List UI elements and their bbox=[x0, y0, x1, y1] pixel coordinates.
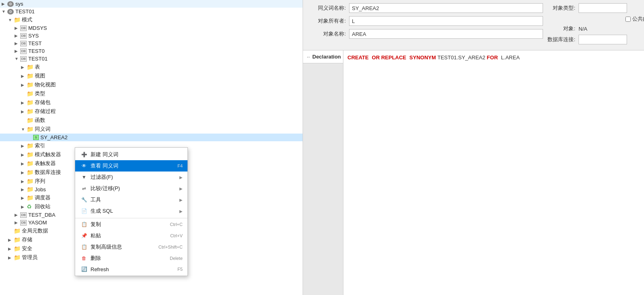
object-name-input[interactable] bbox=[349, 29, 543, 39]
ctx-item-paste[interactable]: 📌粘贴Ctrl+V bbox=[75, 230, 187, 241]
tree-arrow-视图: ▶ bbox=[21, 74, 27, 78]
tree-item-SYS[interactable]: ▶DBSYS bbox=[0, 32, 303, 40]
ctx-arrow-filter: ▶ bbox=[179, 175, 183, 180]
ctx-label-paste: 粘贴 bbox=[90, 232, 166, 239]
ctx-item-view-synonym[interactable]: 👁查看 同义词F4 bbox=[75, 160, 187, 172]
object-label: 对象: bbox=[543, 25, 575, 32]
tree-label-TEST_DBA: TEST_DBA bbox=[28, 212, 55, 218]
ctx-icon-refresh: 🔄 bbox=[80, 266, 88, 272]
db-connection-input[interactable] bbox=[579, 35, 627, 44]
tree-label-视图: 视图 bbox=[35, 72, 45, 80]
declaration-tab-icon: ↔ bbox=[306, 54, 311, 59]
tree-label-TEST01_schema: TEST01 bbox=[28, 56, 48, 62]
tree-label-SYS: SYS bbox=[28, 33, 39, 39]
ctx-icon-new-synonym: ➕ bbox=[80, 151, 88, 158]
owner-row: 对象所有者: bbox=[309, 16, 543, 26]
object-value: N/A bbox=[579, 26, 587, 32]
ctx-item-copy-advanced[interactable]: 📋复制高级信息Ctrl+Shift+C bbox=[75, 241, 187, 253]
public-checkbox[interactable] bbox=[625, 17, 631, 22]
tree-item-SY_AREA2[interactable]: SSY_AREA2 bbox=[0, 134, 303, 141]
tree-label-存储过程: 存储过程 bbox=[35, 108, 56, 115]
tree-label-函数: 函数 bbox=[35, 117, 45, 124]
tree-label-全局元数据: 全局元数据 bbox=[22, 227, 48, 234]
ctx-icon-tools: 🔧 bbox=[80, 197, 88, 203]
tree-arrow-存储过程: ▶ bbox=[21, 109, 27, 114]
synonym-name-label: 同义词名称: bbox=[309, 4, 346, 12]
tree-panel: ▶⚙sys▼⚙TEST01▼📁模式▶DBMDSYS▶DBSYS▶DBTEST▶D… bbox=[0, 0, 303, 295]
tree-label-索引: 索引 bbox=[35, 142, 45, 149]
sql-target: L.AREA bbox=[501, 54, 520, 61]
tree-item-TEST[interactable]: ▶DBTEST bbox=[0, 40, 303, 47]
ctx-item-new-synonym[interactable]: ➕新建 同义词 bbox=[75, 149, 187, 160]
tree-item-TEST0[interactable]: ▶DBTEST0 bbox=[0, 47, 303, 55]
tree-arrow-调度器: ▶ bbox=[21, 196, 27, 200]
declaration-tab[interactable]: ↔ Declaration bbox=[303, 50, 343, 63]
object-row: 对象: N/A bbox=[543, 25, 644, 32]
ctx-item-tools[interactable]: 🔧工具▶ bbox=[75, 194, 187, 205]
tree-arrow-存储: ▶ bbox=[8, 238, 14, 242]
tree-arrow-表: ▶ bbox=[21, 65, 27, 69]
tree-item-存储包[interactable]: ▶📁存储包 bbox=[0, 98, 303, 107]
owner-input[interactable] bbox=[349, 16, 543, 26]
tree-label-表触发器: 表触发器 bbox=[35, 160, 56, 167]
ctx-item-generate-sql[interactable]: 📄生成 SQL▶ bbox=[75, 205, 187, 217]
ctx-item-refresh[interactable]: 🔄RefreshF5 bbox=[75, 264, 187, 274]
tree-item-模式[interactable]: ▼📁模式 bbox=[0, 15, 303, 24]
declaration-area: ↔ Declaration CREATE OR REPLACE SYNONYM … bbox=[303, 50, 644, 295]
ctx-icon-compare: ⇌ bbox=[80, 185, 88, 192]
tree-item-函数[interactable]: 📁函数 bbox=[0, 116, 303, 125]
tree-item-视图[interactable]: ▶📁视图 bbox=[0, 71, 303, 80]
tree-label-回收站: 回收站 bbox=[35, 203, 51, 210]
tree-arrow-模式: ▼ bbox=[8, 18, 14, 22]
public-checkbox-row: 公共的 bbox=[625, 15, 644, 23]
ctx-icon-generate-sql: 📄 bbox=[80, 208, 88, 214]
ctx-item-copy[interactable]: 📋复制Ctrl+C bbox=[75, 218, 187, 230]
db-connection-row: 数据库连接: bbox=[543, 35, 644, 44]
ctx-arrow-compare: ▶ bbox=[179, 186, 183, 191]
ctx-icon-filter: ▼ bbox=[80, 174, 88, 180]
context-menu: ➕新建 同义词👁查看 同义词F4▼过滤器(F)▶⇌比较/迁移(P)▶🔧工具▶📄生… bbox=[75, 147, 188, 276]
tree-item-sys[interactable]: ▶⚙sys bbox=[0, 0, 303, 8]
tree-arrow-YASOM: ▶ bbox=[15, 220, 20, 225]
tree-item-TEST01_schema[interactable]: ▼DBTEST01 bbox=[0, 55, 303, 63]
ctx-shortcut-copy-advanced: Ctrl+Shift+C bbox=[158, 245, 183, 249]
tree-label-数据库连接: 数据库连接 bbox=[35, 169, 61, 176]
form-area: 同义词名称: 对象所有者: 对象名称: 对象类型: 公共的 bbox=[303, 0, 644, 50]
db-connection-label: 数据库连接: bbox=[543, 36, 575, 43]
tree-arrow-数据库连接: ▶ bbox=[21, 170, 27, 175]
tree-arrow-TEST01: ▼ bbox=[2, 9, 7, 14]
sql-name: TEST01.SY_AREA2 bbox=[438, 54, 487, 61]
ctx-icon-delete: 🗑 bbox=[80, 255, 88, 262]
tree-item-物化视图[interactable]: ▶📁物化视图 bbox=[0, 80, 303, 89]
tree-label-TEST01: TEST01 bbox=[15, 8, 35, 15]
ctx-label-copy-advanced: 复制高级信息 bbox=[90, 243, 154, 251]
tree-arrow-sys: ▶ bbox=[2, 2, 7, 6]
ctx-item-compare[interactable]: ⇌比较/迁移(P)▶ bbox=[75, 183, 187, 194]
object-type-row: 对象类型: bbox=[543, 3, 644, 13]
ctx-item-delete[interactable]: 🗑删除Delete bbox=[75, 253, 187, 264]
tree-label-调度器: 调度器 bbox=[35, 194, 51, 201]
ctx-shortcut-view-synonym: F4 bbox=[177, 163, 183, 168]
ctx-arrow-tools: ▶ bbox=[179, 198, 183, 202]
ctx-label-tools: 工具 bbox=[90, 196, 178, 203]
public-row: 公共的 bbox=[543, 15, 644, 23]
tree-item-存储过程[interactable]: ▶📁存储过程 bbox=[0, 107, 303, 116]
tree-item-同义词[interactable]: ▼📁同义词 bbox=[0, 125, 303, 134]
tree-item-TEST01[interactable]: ▼⚙TEST01 bbox=[0, 8, 303, 15]
tree-label-TEST: TEST bbox=[28, 40, 42, 46]
tree-label-类型: 类型 bbox=[35, 90, 45, 97]
tree-item-表[interactable]: ▶📁表 bbox=[0, 63, 303, 71]
ctx-label-filter: 过滤器(F) bbox=[90, 174, 178, 181]
tree-label-MDSYS: MDSYS bbox=[28, 25, 47, 31]
tree-label-TEST0: TEST0 bbox=[28, 48, 44, 54]
tree-arrow-物化视图: ▶ bbox=[21, 83, 27, 87]
tree-item-类型[interactable]: 📁类型 bbox=[0, 89, 303, 98]
object-type-input[interactable] bbox=[579, 3, 627, 13]
tree-label-物化视图: 物化视图 bbox=[35, 81, 56, 88]
public-label: 公共的 bbox=[632, 15, 644, 23]
synonym-name-input[interactable] bbox=[349, 3, 543, 13]
declaration-tab-label: Declaration bbox=[312, 54, 341, 60]
ctx-item-filter[interactable]: ▼过滤器(F)▶ bbox=[75, 172, 187, 183]
tree-item-MDSYS[interactable]: ▶DBMDSYS bbox=[0, 24, 303, 32]
ctx-label-new-synonym: 新建 同义词 bbox=[90, 151, 183, 158]
